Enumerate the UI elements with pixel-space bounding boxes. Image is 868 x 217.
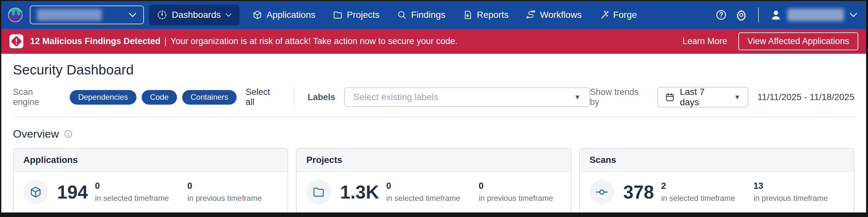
dropdown-caret-icon: ▼ <box>734 93 741 101</box>
card-icon-circle <box>306 180 331 205</box>
card-projects: Projects 1.3K 0 in selected timeframe <box>296 148 571 213</box>
stat-label: in selected timeframe <box>386 194 469 203</box>
card-total-value: 378 <box>623 183 654 202</box>
scan-engine-label: Scan engine <box>13 87 61 107</box>
labels-placeholder: Select existing labels <box>353 92 438 102</box>
chevron-down-icon <box>225 13 232 17</box>
card-total-value: 1.3K <box>340 183 379 202</box>
labels-label: Labels <box>308 92 336 102</box>
nav-dashboards-label: Dashboards <box>172 10 221 20</box>
card-total-value: 194 <box>57 183 88 202</box>
folder-icon <box>333 10 343 20</box>
filter-divider <box>294 88 294 106</box>
card-icon-circle <box>23 180 48 205</box>
workflows-icon <box>526 10 536 20</box>
stat-value: 0 <box>479 181 561 191</box>
page-title: Security Dashboard <box>13 62 855 78</box>
nav-item-label: Forge <box>613 10 637 20</box>
scan-engine-pills: Dependencies Code Containers <box>70 90 237 104</box>
nav-item-applications[interactable]: Applications <box>252 10 315 20</box>
banner-title: 12 Malicious Findings Detected <box>30 36 160 46</box>
gauge-icon <box>157 10 167 20</box>
trend-period-select[interactable]: Last 7 days ▼ <box>657 87 748 107</box>
search-icon <box>397 10 407 20</box>
settings-button[interactable] <box>736 9 747 21</box>
nav-item-label: Findings <box>411 10 445 20</box>
overview-title: Overview <box>13 128 59 140</box>
nav-right-controls <box>715 7 858 22</box>
nav-item-label: Applications <box>267 10 315 20</box>
card-title: Scans <box>580 149 854 172</box>
nav-item-label: Reports <box>477 10 508 20</box>
info-icon[interactable] <box>64 129 72 138</box>
dropdown-caret-icon: ▼ <box>574 93 581 101</box>
card-body: 1.3K 0 in selected timeframe 0 in previo… <box>297 172 570 213</box>
banner-separator: | <box>164 36 166 46</box>
forge-icon <box>599 10 609 20</box>
stat-previous-timeframe: 0 in previous timeframe <box>187 181 270 203</box>
organization-name-redacted <box>37 9 102 21</box>
stat-label: in selected timeframe <box>95 194 178 203</box>
stat-value: 0 <box>386 181 469 191</box>
filter-bar: Scan engine Dependencies Code Containers… <box>13 87 855 117</box>
nav-item-workflows[interactable]: Workflows <box>526 10 582 20</box>
engine-pill-containers[interactable]: Containers <box>182 90 237 104</box>
nav-links: Applications Projects Findings <box>252 10 637 20</box>
trends-controls: Show trends by Last 7 days ▼ 11/11/2025 … <box>590 87 855 107</box>
nav-divider <box>758 7 759 22</box>
card-stats: 2 in selected timeframe 13 in previous t… <box>661 181 836 203</box>
engine-pill-dependencies[interactable]: Dependencies <box>70 90 136 104</box>
nav-item-forge[interactable]: Forge <box>599 10 637 20</box>
stat-value: 2 <box>661 181 744 191</box>
top-navigation-bar: Dashboards Applications Projects <box>1 1 866 29</box>
app-window: Dashboards Applications Projects <box>1 1 866 213</box>
report-icon <box>463 10 472 20</box>
scan-icon <box>595 186 609 198</box>
chevron-down-icon <box>128 12 137 18</box>
alert-diamond-icon <box>9 34 24 49</box>
chevron-down-icon <box>849 12 858 18</box>
mend-logo-icon[interactable] <box>8 7 23 22</box>
nav-dashboards-button[interactable]: Dashboards <box>149 4 240 25</box>
stat-label: in previous timeframe <box>479 194 561 203</box>
stat-value: 0 <box>95 181 178 191</box>
card-applications: Applications 194 0 in selected timeframe <box>13 148 288 213</box>
nav-item-projects[interactable]: Projects <box>333 10 379 20</box>
engine-pill-code[interactable]: Code <box>142 90 177 104</box>
card-title: Projects <box>297 149 570 172</box>
nav-item-reports[interactable]: Reports <box>463 10 508 20</box>
stat-label: in selected timeframe <box>661 194 744 203</box>
main-content: Security Dashboard Scan engine Dependenc… <box>1 54 866 213</box>
card-scans: Scans 378 2 in selected timeframe <box>579 148 855 213</box>
stat-previous-timeframe: 0 in previous timeframe <box>479 181 561 203</box>
labels-select[interactable]: Select existing labels ▼ <box>344 88 590 107</box>
help-icon <box>715 9 727 21</box>
username-redacted <box>787 9 844 21</box>
stat-selected-timeframe: 0 in selected timeframe <box>386 181 469 203</box>
cube-icon <box>30 186 42 198</box>
card-stats: 0 in selected timeframe 0 in previous ti… <box>386 181 561 203</box>
stat-selected-timeframe: 0 in selected timeframe <box>95 181 178 203</box>
nav-item-findings[interactable]: Findings <box>397 10 445 20</box>
malicious-findings-alert-banner: 12 Malicious Findings Detected | Your or… <box>1 29 866 54</box>
cube-icon <box>252 10 262 20</box>
organization-selector[interactable] <box>30 5 144 24</box>
nav-item-label: Projects <box>347 10 379 20</box>
view-affected-applications-button[interactable]: View Affected Applications <box>738 32 858 50</box>
select-all-link[interactable]: Select all <box>246 87 281 107</box>
overview-cards: Applications 194 0 in selected timeframe <box>13 148 855 213</box>
help-button[interactable] <box>715 9 727 21</box>
trend-period-value: Last 7 days <box>680 87 725 107</box>
folder-icon <box>312 186 325 198</box>
card-title: Applications <box>13 149 287 172</box>
card-stats: 0 in selected timeframe 0 in previous ti… <box>95 181 270 203</box>
gear-icon <box>736 9 747 21</box>
banner-message: 12 Malicious Findings Detected | Your or… <box>30 36 458 46</box>
user-menu[interactable] <box>770 9 858 21</box>
stat-value: 13 <box>753 181 836 191</box>
nav-item-label: Workflows <box>540 10 582 20</box>
card-icon-circle <box>590 180 614 205</box>
stat-selected-timeframe: 2 in selected timeframe <box>661 181 744 203</box>
learn-more-link[interactable]: Learn More <box>683 36 727 46</box>
card-body: 194 0 in selected timeframe 0 in previou… <box>13 172 287 213</box>
